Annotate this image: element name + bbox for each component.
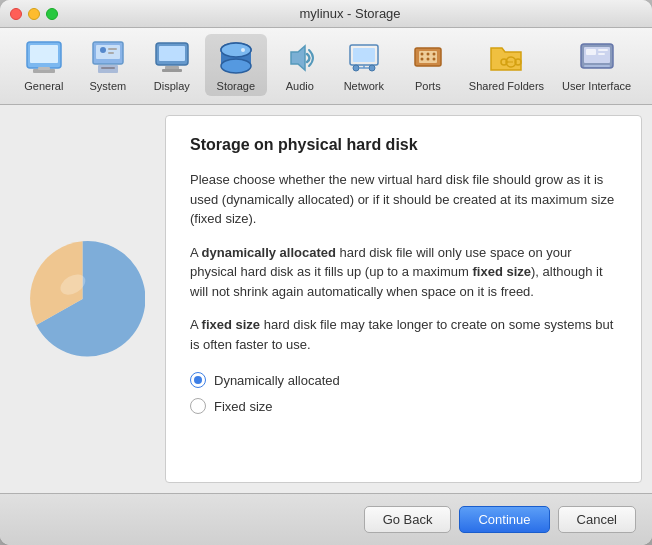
svg-rect-42 [586,49,596,55]
toolbar-label-ports: Ports [415,80,441,92]
toolbar-item-shared-folders[interactable]: Shared Folders [461,34,552,96]
svg-rect-3 [38,67,50,70]
svg-rect-43 [598,49,608,51]
svg-rect-14 [162,69,182,72]
toolbar-item-audio[interactable]: Audio [269,34,331,96]
audio-icon [280,38,320,78]
svg-rect-10 [108,52,114,54]
svg-point-23 [353,65,359,71]
panel-title: Storage on physical hard disk [190,136,617,154]
radio-dynamic[interactable]: Dynamically allocated [190,372,617,388]
continue-button[interactable]: Continue [459,506,549,533]
bold-fixed-size2: fixed size [202,317,261,332]
svg-rect-12 [159,46,185,61]
radio-label-fixed: Fixed size [214,399,273,414]
svg-rect-7 [101,67,115,69]
minimize-button[interactable] [28,8,40,20]
toolbar-label-general: General [24,80,63,92]
svg-rect-44 [598,53,605,55]
radio-fixed[interactable]: Fixed size [190,398,617,414]
toolbar-label-network: Network [344,80,384,92]
svg-marker-20 [291,46,305,70]
cancel-button[interactable]: Cancel [558,506,636,533]
svg-point-29 [420,53,423,56]
svg-point-33 [426,58,429,61]
toolbar-item-user-interface[interactable]: User Interface [554,34,639,96]
toolbar-label-display: Display [154,80,190,92]
display-icon [152,38,192,78]
pie-chart-area [0,105,165,493]
svg-point-24 [369,65,375,71]
main-panel: Storage on physical hard disk Please cho… [165,115,642,483]
radio-circle-fixed [190,398,206,414]
svg-rect-41 [584,65,610,67]
svg-point-18 [221,43,251,57]
toolbar-item-system[interactable]: System [77,34,139,96]
panel-paragraph1: Please choose whether the new virtual ha… [190,170,617,229]
svg-rect-1 [30,45,58,63]
system-icon [88,38,128,78]
toolbar-item-storage[interactable]: Storage [205,34,267,96]
toolbar-label-user-interface: User Interface [562,80,631,92]
toolbar: General System [0,28,652,105]
network-icon [344,38,384,78]
radio-label-dynamic: Dynamically allocated [214,373,340,388]
toolbar-item-general[interactable]: General [13,34,75,96]
svg-point-31 [432,53,435,56]
close-button[interactable] [10,8,22,20]
titlebar: mylinux - Storage [0,0,652,28]
panel-paragraph3: A fixed size hard disk file may take lon… [190,315,617,354]
svg-rect-9 [108,48,117,50]
radio-circle-dynamic [190,372,206,388]
footer: Go Back Continue Cancel [0,493,652,545]
bold-dynamically: dynamically allocated [202,245,336,260]
radio-dot-dynamic [194,376,202,384]
svg-point-17 [221,59,251,73]
svg-rect-22 [353,48,375,62]
shared-folders-icon [486,38,526,78]
toolbar-label-shared-folders: Shared Folders [469,80,544,92]
toolbar-item-ports[interactable]: Ports [397,34,459,96]
svg-point-8 [100,47,106,53]
main-window: mylinux - Storage General [0,0,652,545]
toolbar-item-display[interactable]: Display [141,34,203,96]
window-title: mylinux - Storage [58,6,642,21]
content-area: Storage on physical hard disk Please cho… [0,105,652,493]
svg-point-34 [432,58,435,61]
toolbar-label-storage: Storage [217,80,256,92]
toolbar-item-network[interactable]: Network [333,34,395,96]
maximize-button[interactable] [46,8,58,20]
user-interface-icon [577,38,617,78]
svg-rect-5 [96,45,120,59]
general-icon [24,38,64,78]
pie-chart [20,234,145,364]
bold-fixed-size: fixed size [473,264,532,279]
traffic-lights [10,8,58,20]
svg-point-30 [426,53,429,56]
svg-point-19 [241,48,245,52]
panel-paragraph2: A dynamically allocated hard disk file w… [190,243,617,302]
storage-icon [216,38,256,78]
ports-icon [408,38,448,78]
radio-group: Dynamically allocated Fixed size [190,372,617,414]
toolbar-label-audio: Audio [286,80,314,92]
go-back-button[interactable]: Go Back [364,506,452,533]
toolbar-label-system: System [90,80,127,92]
svg-point-32 [420,58,423,61]
